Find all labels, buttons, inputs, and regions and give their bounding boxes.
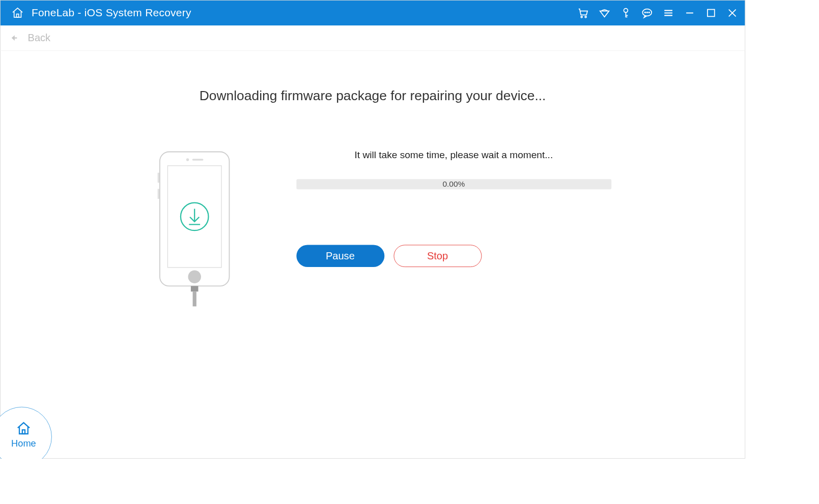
back-label: Back: [28, 32, 51, 44]
button-row: Pause Stop: [296, 245, 611, 267]
home-icon: [15, 421, 32, 436]
svg-point-17: [186, 158, 188, 161]
menu-icon[interactable]: [662, 6, 674, 19]
right-panel: It will take some time, please wait a mo…: [296, 150, 611, 267]
titlebar-right: [577, 6, 739, 19]
stop-button[interactable]: Stop: [393, 245, 482, 267]
svg-point-7: [648, 12, 649, 13]
body-row: It will take some time, please wait a mo…: [76, 150, 669, 309]
svg-rect-22: [157, 189, 159, 199]
app-title: FoneLab - iOS System Recovery: [32, 7, 191, 19]
minimize-icon[interactable]: [683, 6, 696, 19]
svg-rect-27: [192, 291, 196, 306]
svg-point-20: [188, 270, 201, 283]
pause-button[interactable]: Pause: [296, 245, 384, 267]
progress-bar: 0.00%: [296, 179, 611, 189]
svg-rect-28: [22, 430, 25, 434]
wait-text: It will take some time, please wait a mo…: [296, 150, 611, 161]
wifi-icon[interactable]: [598, 6, 611, 19]
svg-point-2: [585, 16, 586, 17]
svg-point-5: [645, 12, 646, 13]
svg-rect-18: [192, 159, 203, 161]
key-icon[interactable]: [619, 6, 632, 19]
home-button[interactable]: Home: [0, 407, 52, 459]
page-heading: Downloading firmware package for repairi…: [200, 88, 546, 103]
svg-rect-12: [708, 9, 715, 16]
maximize-icon[interactable]: [704, 6, 717, 19]
content-area: Downloading firmware package for repairi…: [0, 51, 745, 309]
titlebar-left: FoneLab - iOS System Recovery: [11, 6, 191, 19]
progress-percent: 0.00%: [442, 180, 465, 189]
svg-rect-21: [157, 172, 159, 183]
close-icon[interactable]: [726, 6, 739, 19]
back-button[interactable]: Back: [9, 32, 69, 44]
svg-point-6: [646, 12, 647, 13]
back-arrow-icon: [9, 34, 18, 43]
app-home-icon[interactable]: [11, 6, 24, 19]
svg-rect-26: [190, 286, 198, 291]
svg-rect-0: [16, 14, 18, 17]
back-bar: Back: [0, 25, 745, 51]
titlebar: FoneLab - iOS System Recovery: [0, 0, 745, 25]
phone-illustration: [157, 150, 250, 309]
chat-icon[interactable]: [641, 6, 654, 19]
svg-point-1: [581, 16, 582, 17]
cart-icon[interactable]: [577, 6, 589, 19]
svg-rect-15: [14, 37, 17, 38]
svg-point-3: [624, 8, 628, 12]
home-label: Home: [11, 438, 36, 449]
